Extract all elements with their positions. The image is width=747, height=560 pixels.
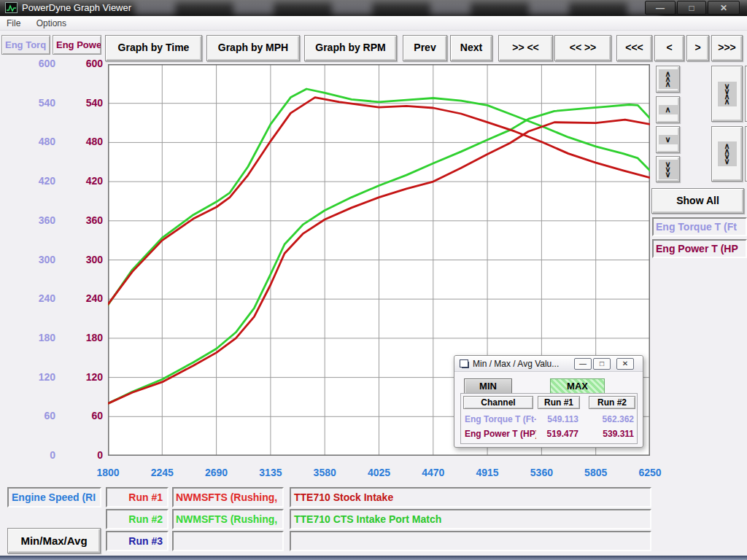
- power-axis-tick: 420: [66, 175, 103, 187]
- close-icon[interactable]: ✕: [708, 1, 740, 15]
- minimize-icon[interactable]: —: [574, 358, 592, 370]
- title-bar: PowerDyne Graph Viewer — □ ✕: [0, 0, 747, 16]
- rpm-axis-tick: 3580: [299, 467, 350, 478]
- minmax-window-title: Min / Max / Avg Valu...: [473, 359, 559, 369]
- scroll-left-button[interactable]: <: [654, 35, 684, 61]
- power-axis-tick: 540: [66, 97, 103, 109]
- run2-operator-field[interactable]: NWMSFTS (Rushing,: [172, 509, 284, 529]
- power-axis-tick: 180: [66, 332, 103, 343]
- chevron-up-icon: ∧: [659, 105, 678, 114]
- restore-icon[interactable]: □: [593, 358, 611, 370]
- rpm-axis-tick: 6250: [624, 467, 676, 478]
- max-toggle-button[interactable]: MAX: [550, 378, 605, 394]
- prev-button[interactable]: Prev: [403, 35, 447, 61]
- run2-label-field[interactable]: Run #2: [106, 509, 169, 529]
- app-icon: [5, 2, 18, 13]
- close-icon[interactable]: ✕: [616, 358, 634, 370]
- run1-operator-field[interactable]: NWMSFTS (Rushing,: [172, 487, 284, 508]
- power-axis-tick: 240: [66, 292, 103, 304]
- scroll-down-button[interactable]: ∨: [656, 126, 680, 153]
- power-axis-tick: 60: [66, 410, 103, 421]
- power-axis-tick: 120: [66, 371, 103, 383]
- scroll-far-right-button[interactable]: >>>: [711, 35, 743, 61]
- chevron-down-icon: ∨: [659, 135, 678, 144]
- menu-file[interactable]: File: [0, 16, 27, 28]
- chevrons-contract-icon: ∨∨∧∧: [718, 82, 737, 106]
- torque-axis-tick: 120: [19, 371, 55, 383]
- minimize-icon[interactable]: —: [645, 1, 676, 15]
- x-axis-channel-field[interactable]: Engine Speed (RI: [7, 487, 101, 508]
- minmax-title-bar[interactable]: Min / Max / Avg Valu... — □ ✕: [454, 356, 643, 372]
- zoom-contract-y-button[interactable]: ∨∨∧∧: [711, 66, 743, 122]
- torque-axis-tick: 540: [19, 97, 55, 109]
- zoom-expand-y-button[interactable]: ∧∧∨∨: [711, 126, 743, 182]
- rpm-axis-tick: 3135: [245, 467, 296, 478]
- rpm-axis-tick: 1800: [82, 467, 133, 478]
- graph-by-rpm-button[interactable]: Graph by RPM: [304, 35, 397, 61]
- tab-eng-power[interactable]: Eng Powe: [53, 35, 101, 55]
- app-window: PowerDyne Graph Viewer — □ ✕ File Option…: [0, 0, 747, 560]
- power-channel-label: Eng Power T (HP: [652, 239, 747, 258]
- scroll-up-button[interactable]: ∧: [656, 96, 680, 123]
- zoom-out-x-button[interactable]: << >>: [554, 35, 611, 61]
- rpm-axis-tick: 5360: [516, 467, 567, 478]
- power-axis-tick: 300: [66, 254, 103, 265]
- scroll-right-button[interactable]: >: [686, 35, 709, 61]
- scroll-top-button[interactable]: ∧∧∧: [656, 66, 680, 93]
- torque-axis-tick: 0: [19, 449, 55, 461]
- scroll-far-left-button[interactable]: <<<: [616, 35, 652, 61]
- rpm-axis-tick: 5805: [570, 467, 622, 478]
- torque-axis-tick: 600: [19, 58, 55, 69]
- rpm-axis-tick: 4025: [354, 467, 405, 478]
- run1-label-field[interactable]: Run #1: [106, 487, 169, 508]
- row-run1-value: 519.477: [535, 429, 578, 439]
- column-header-channel[interactable]: Channel: [463, 396, 533, 409]
- run3-label-field[interactable]: Run #3: [106, 531, 169, 551]
- column-header-run2[interactable]: Run #2: [589, 396, 635, 409]
- chevrons-expand-icon: ∧∧∨∨: [718, 141, 737, 166]
- row-run2-value: 562.362: [586, 414, 634, 424]
- rpm-axis-tick: 4915: [462, 467, 513, 478]
- row-channel-name: Eng Power T (HP): [465, 429, 536, 439]
- scroll-bottom-button[interactable]: ∨∨∨: [656, 156, 680, 182]
- run1-description-field[interactable]: TTE710 Stock Intake: [290, 487, 651, 508]
- triple-chevron-up-icon: ∧∧∧: [659, 69, 678, 89]
- next-button[interactable]: Next: [450, 35, 492, 61]
- graph-by-time-button[interactable]: Graph by Time: [105, 35, 202, 61]
- torque-axis-tick: 60: [19, 410, 55, 421]
- torque-axis-tick: 480: [19, 136, 55, 147]
- show-all-button[interactable]: Show All: [651, 188, 744, 214]
- minmaxavg-button[interactable]: Min/Max/Avg: [7, 528, 101, 553]
- rpm-axis-tick: 4470: [408, 467, 459, 478]
- rpm-axis-tick: 2690: [191, 467, 242, 478]
- blurred-region: [135, 1, 660, 15]
- torque-axis-tick: 180: [19, 332, 55, 343]
- rpm-axis-tick: 2245: [136, 467, 187, 478]
- restore-icon[interactable]: □: [677, 1, 706, 15]
- run3-description-field[interactable]: [290, 531, 651, 551]
- row-run2-value: 539.311: [586, 429, 634, 439]
- torque-axis-tick: 300: [19, 254, 55, 265]
- power-axis-tick: 360: [66, 214, 103, 226]
- torque-axis-tick: 240: [19, 292, 55, 304]
- torque-axis-tick: 360: [19, 214, 55, 226]
- menu-bar: File Options: [0, 16, 747, 31]
- tab-eng-torque[interactable]: Eng Torq: [1, 35, 50, 55]
- column-header-run1[interactable]: Run #1: [538, 396, 580, 409]
- row-channel-name: Eng Torque T (Ft-: [465, 414, 536, 424]
- window-title: PowerDyne Graph Viewer: [22, 2, 131, 13]
- power-axis-tick: 480: [66, 136, 103, 147]
- window-bottom-edge: [0, 556, 747, 560]
- minmax-window[interactable]: Min / Max / Avg Valu... — □ ✕ MIN MAX Ch…: [454, 355, 643, 448]
- torque-axis-tick: 420: [19, 175, 55, 187]
- menu-options[interactable]: Options: [30, 16, 73, 28]
- run2-description-field[interactable]: TTE710 CTS Intake Port Match: [290, 509, 651, 529]
- min-toggle-button[interactable]: MIN: [464, 378, 512, 394]
- torque-channel-label: Eng Torque T (Ft: [652, 217, 747, 236]
- run3-operator-field[interactable]: [172, 531, 284, 551]
- zoom-in-x-button[interactable]: >> <<: [498, 35, 553, 61]
- page-icon: [460, 359, 468, 368]
- graph-by-mph-button[interactable]: Graph by MPH: [206, 35, 300, 61]
- triple-chevron-down-icon: ∨∨∨: [659, 160, 678, 179]
- power-axis-tick: 0: [66, 449, 103, 461]
